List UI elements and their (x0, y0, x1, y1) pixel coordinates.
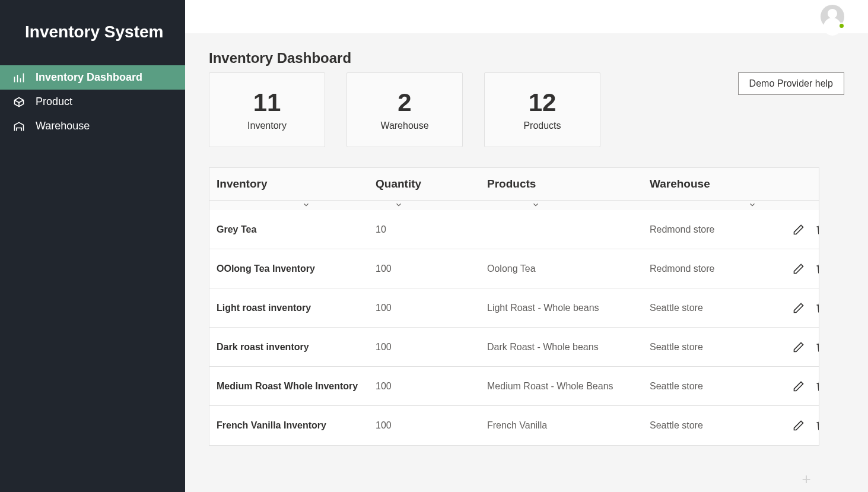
cell-inventory: Medium Roast Whole Inventory (217, 381, 376, 392)
table-header: Inventory Quantity Products Warehouse (209, 168, 819, 201)
cell-products: French Vanilla (487, 420, 650, 431)
col-inventory[interactable]: Inventory (217, 177, 376, 191)
inventory-table: Inventory Quantity Products Warehouse (209, 167, 819, 446)
cell-products: Oolong Tea (487, 264, 650, 274)
cell-warehouse: Seattle store (650, 342, 756, 353)
sidebar: Inventory System Inventory Dashboard Pro… (0, 0, 185, 492)
topbar (185, 0, 868, 33)
edit-icon[interactable] (793, 263, 805, 275)
app-title: Inventory System (0, 0, 185, 65)
product-icon (13, 96, 25, 108)
delete-icon[interactable] (815, 263, 819, 275)
card-label: Inventory (247, 120, 287, 131)
edit-icon[interactable] (793, 420, 805, 431)
card-value: 2 (398, 88, 411, 117)
add-button[interactable]: + (798, 471, 815, 487)
presence-dot-icon (838, 23, 845, 29)
cell-inventory: Light roast inventory (217, 303, 376, 313)
sidebar-item-inventory-dashboard[interactable]: Inventory Dashboard (0, 65, 185, 90)
table-row[interactable]: Grey Tea10Redmond store (209, 210, 819, 249)
table-row[interactable]: Light roast inventory100Light Roast - Wh… (209, 288, 819, 328)
cell-quantity: 100 (376, 342, 487, 353)
sidebar-item-label: Product (36, 96, 72, 108)
table-row[interactable]: OOlong Tea Inventory100Oolong TeaRedmond… (209, 249, 819, 288)
delete-icon[interactable] (815, 224, 819, 236)
col-warehouse[interactable]: Warehouse (650, 177, 756, 191)
cell-inventory: French Vanilla Inventory (217, 420, 376, 431)
cell-actions (756, 263, 819, 275)
cell-warehouse: Redmond store (650, 264, 756, 274)
table-body: Grey Tea10Redmond storeOOlong Tea Invent… (209, 210, 819, 445)
cell-actions (756, 224, 819, 236)
cell-products: Dark Roast - Whole beans (487, 342, 650, 353)
cell-warehouse: Seattle store (650, 381, 756, 392)
table-row[interactable]: Medium Roast Whole Inventory100Medium Ro… (209, 367, 819, 406)
card-warehouse: 2 Warehouse (346, 72, 463, 147)
table-row[interactable]: French Vanilla Inventory100French Vanill… (209, 406, 819, 445)
summary-row: 11 Inventory 2 Warehouse 12 Products Dem… (209, 72, 844, 147)
avatar[interactable] (821, 5, 844, 28)
warehouse-icon (13, 120, 25, 132)
plus-icon: + (802, 470, 810, 488)
cell-quantity: 100 (376, 420, 487, 431)
col-actions (756, 177, 827, 191)
delete-icon[interactable] (815, 380, 819, 392)
sidebar-nav: Inventory Dashboard Product Warehouse (0, 65, 185, 138)
delete-icon[interactable] (815, 302, 819, 314)
cell-warehouse: Seattle store (650, 420, 756, 431)
card-value: 11 (253, 88, 281, 117)
cell-actions (756, 420, 819, 431)
dashboard-icon (13, 72, 25, 84)
cell-warehouse: Seattle store (650, 303, 756, 313)
cell-products: Light Roast - Whole beans (487, 303, 650, 313)
card-label: Warehouse (380, 120, 428, 131)
demo-provider-help-button[interactable]: Demo Provider help (738, 72, 844, 95)
card-value: 12 (529, 88, 557, 117)
sidebar-item-label: Warehouse (36, 120, 90, 132)
summary-cards: 11 Inventory 2 Warehouse 12 Products (209, 72, 600, 147)
main-area: Inventory Dashboard 11 Inventory 2 Wareh… (185, 0, 868, 492)
cell-inventory: OOlong Tea Inventory (217, 264, 376, 274)
cell-quantity: 100 (376, 264, 487, 274)
col-products[interactable]: Products (487, 177, 650, 191)
edit-icon[interactable] (793, 341, 805, 353)
cell-actions (756, 302, 819, 314)
delete-icon[interactable] (815, 420, 819, 431)
table-row[interactable]: Dark roast inventory100Dark Roast - Whol… (209, 328, 819, 367)
delete-icon[interactable] (815, 341, 819, 353)
cell-inventory: Grey Tea (217, 224, 376, 235)
cell-actions (756, 341, 819, 353)
card-label: Products (523, 120, 561, 131)
edit-icon[interactable] (793, 380, 805, 392)
cell-quantity: 10 (376, 224, 487, 235)
edit-icon[interactable] (793, 302, 805, 314)
cell-products: Medium Roast - Whole Beans (487, 381, 650, 392)
sidebar-item-warehouse[interactable]: Warehouse (0, 114, 185, 138)
card-products: 12 Products (484, 72, 600, 147)
cell-warehouse: Redmond store (650, 224, 756, 235)
cell-actions (756, 380, 819, 392)
col-quantity[interactable]: Quantity (376, 177, 487, 191)
sidebar-item-product[interactable]: Product (0, 90, 185, 114)
cell-inventory: Dark roast inventory (217, 342, 376, 353)
cell-quantity: 100 (376, 381, 487, 392)
sidebar-item-label: Inventory Dashboard (36, 71, 142, 84)
card-inventory: 11 Inventory (209, 72, 325, 147)
page-title: Inventory Dashboard (209, 50, 844, 66)
filter-row (209, 201, 819, 210)
content-area: Inventory Dashboard 11 Inventory 2 Wareh… (185, 33, 868, 492)
edit-icon[interactable] (793, 224, 805, 236)
cell-quantity: 100 (376, 303, 487, 313)
